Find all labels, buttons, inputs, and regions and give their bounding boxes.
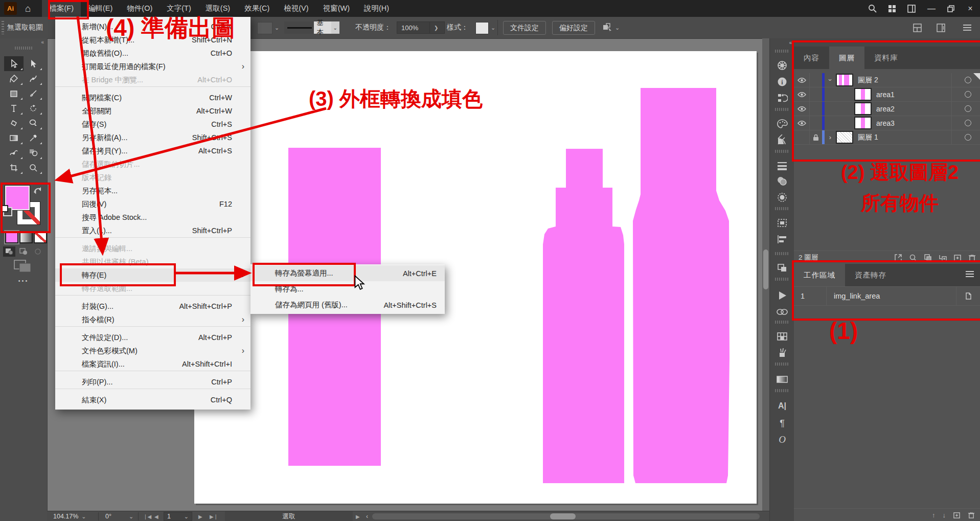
file-menu-item[interactable]: 版本記錄 › <box>55 171 250 184</box>
close-icon[interactable]: × <box>966 4 975 13</box>
transparency-icon[interactable] <box>775 174 789 188</box>
minimize-icon[interactable]: — <box>927 4 936 13</box>
file-menu-item[interactable]: 列印(P)... Ctrl+P › <box>55 375 250 389</box>
layer-name[interactable]: area1 <box>876 90 895 99</box>
artboard-page-icon[interactable] <box>956 287 980 305</box>
opentype-icon[interactable]: O <box>775 433 789 446</box>
file-menu-item[interactable]: 新增(N)... Ctrl+N › <box>55 20 250 33</box>
appearance-icon[interactable] <box>775 191 789 204</box>
options-menu-icon[interactable] <box>963 25 971 26</box>
layer-name[interactable]: 圖層 1 <box>858 133 878 142</box>
home-icon[interactable]: ⌂ <box>25 3 31 14</box>
expand-chevron-icon[interactable]: › <box>825 133 836 141</box>
scrollbar-left-icon[interactable]: ‹ <box>366 511 368 521</box>
zoom-tool[interactable] <box>24 160 43 175</box>
submenu-item[interactable]: 轉存為螢幕適用... Alt+Ctrl+E <box>250 265 445 281</box>
menubar-item[interactable]: 編輯(E) <box>81 0 120 17</box>
move-up-icon[interactable]: ↑ <box>932 511 936 519</box>
visibility-toggle[interactable] <box>794 130 810 144</box>
layer-name[interactable]: area2 <box>876 105 895 113</box>
menubar-item[interactable]: 選取(S) <box>198 0 237 17</box>
file-menu-item[interactable]: 轉存選取範圍... › <box>55 282 250 296</box>
swap-fill-stroke-icon[interactable] <box>33 185 43 194</box>
zoom-chevron-icon[interactable]: ⌄ <box>81 513 86 520</box>
symbols-icon[interactable] <box>775 330 789 343</box>
horizontal-scrollbar[interactable] <box>372 513 760 519</box>
menubar-item[interactable]: 物件(O) <box>120 0 159 17</box>
rectangle-tool[interactable] <box>4 86 24 101</box>
stroke-style-dropdown[interactable]: 基本 ⌄ <box>284 21 339 34</box>
delete-artboard-icon[interactable] <box>968 511 975 519</box>
properties-icon[interactable] <box>775 59 789 72</box>
horizontal-scrollbar-thumb[interactable] <box>550 513 576 519</box>
panel-tab[interactable]: 工作區域 <box>794 264 845 286</box>
preferences-button[interactable]: 偏好設定 <box>552 21 595 35</box>
panel-tab[interactable]: 資產轉存 <box>845 264 896 286</box>
file-menu-item[interactable]: 指令檔(R) › <box>55 313 250 327</box>
panel-grid-icon[interactable] <box>913 24 922 32</box>
visibility-toggle[interactable] <box>794 102 810 116</box>
gradient-panel-icon[interactable] <box>775 373 789 386</box>
layer-thumbnail[interactable] <box>854 117 872 129</box>
layer-target-circle[interactable] <box>965 120 971 126</box>
prev-artboard-icon[interactable]: ◀ <box>154 511 158 521</box>
links-icon[interactable] <box>775 305 789 319</box>
file-menu-item[interactable]: 在 Bridge 中瀏覽... Alt+Ctrl+O › <box>55 73 250 87</box>
type-tool[interactable] <box>4 101 24 116</box>
new-sublayer-icon[interactable] <box>939 254 947 262</box>
submenu-item[interactable]: 儲存為網頁用 (舊版)... Alt+Shift+Ctrl+S <box>250 297 445 313</box>
paragraph-icon[interactable]: ¶ <box>775 417 789 430</box>
tools-grip[interactable] <box>15 47 32 50</box>
expand-chevron-icon[interactable]: › <box>825 76 836 84</box>
vertical-scrollbar[interactable] <box>762 38 769 511</box>
restore-icon[interactable] <box>947 5 954 12</box>
file-menu-item[interactable]: 開啟舊檔(O)... Ctrl+O › <box>55 47 250 60</box>
live-paint-selection-tool[interactable] <box>24 116 43 130</box>
menubar-item[interactable]: 視窗(W) <box>316 0 357 17</box>
file-menu-item[interactable]: 從範本新增(T)... Shift+Ctrl+N › <box>55 33 250 47</box>
draw-normal-icon[interactable] <box>3 246 15 257</box>
layer-name[interactable]: area3 <box>876 119 895 127</box>
width-tool[interactable] <box>4 145 24 160</box>
expand-panel-icon[interactable]: » <box>974 39 977 44</box>
gradient-button[interactable] <box>19 231 33 243</box>
collapse-dock-icon[interactable]: « <box>789 40 792 46</box>
search-icon[interactable] <box>868 4 877 13</box>
new-layer-icon[interactable] <box>953 254 962 262</box>
rotation-chevron-icon[interactable]: ⌄ <box>129 513 133 520</box>
file-menu-item[interactable]: 文件設定(D)... Alt+Ctrl+P › <box>55 331 250 344</box>
panel-tab[interactable]: 資料庫 <box>864 47 908 69</box>
visibility-toggle[interactable] <box>794 73 810 87</box>
last-artboard-icon[interactable]: ▶❘ <box>210 511 218 521</box>
color-icon[interactable] <box>775 117 789 130</box>
opacity-more-icon[interactable]: ❯ <box>429 21 445 34</box>
color-button[interactable] <box>5 231 18 243</box>
menubar-item[interactable]: 檔案(F) <box>42 0 81 17</box>
menubar-item[interactable]: 檢視(V) <box>277 0 315 17</box>
document-setup-button[interactable]: 文件設定 <box>503 21 546 35</box>
paintbrush-tool[interactable] <box>24 86 43 101</box>
file-menu-item[interactable]: 關閉檔案(C) Ctrl+W › <box>55 91 250 104</box>
stroke-style-chevron-icon[interactable]: ⌄ <box>331 21 339 34</box>
make-mask-icon[interactable] <box>924 254 932 262</box>
menubar-item[interactable]: 效果(C) <box>237 0 277 17</box>
gradient-tool[interactable] <box>4 130 24 145</box>
file-menu-item[interactable]: 邀請參與編輯... › <box>55 242 250 255</box>
pathfinder-icon[interactable] <box>775 261 789 275</box>
layer-thumbnail[interactable] <box>854 102 872 115</box>
lock-toggle[interactable] <box>810 102 822 116</box>
dock-arrange-icon[interactable] <box>937 24 945 32</box>
isolate-chevron-icon[interactable]: ⌄ <box>615 17 620 38</box>
lock-toggle[interactable] <box>810 73 822 87</box>
screen-mode-icon[interactable] <box>13 259 33 273</box>
fill-chevron-icon[interactable]: ⌄ <box>275 17 279 38</box>
pen-tool[interactable] <box>4 71 24 86</box>
version-history-icon[interactable] <box>775 92 789 105</box>
artboard-tool[interactable] <box>4 160 24 175</box>
move-down-icon[interactable]: ↓ <box>943 511 946 519</box>
draw-inside-icon[interactable] <box>32 246 44 257</box>
style-swatch[interactable] <box>475 22 489 34</box>
layer-target-circle[interactable] <box>965 105 971 112</box>
layer-row[interactable]: › area1 <box>794 87 980 102</box>
status-play-icon[interactable]: ▶ <box>356 511 360 521</box>
